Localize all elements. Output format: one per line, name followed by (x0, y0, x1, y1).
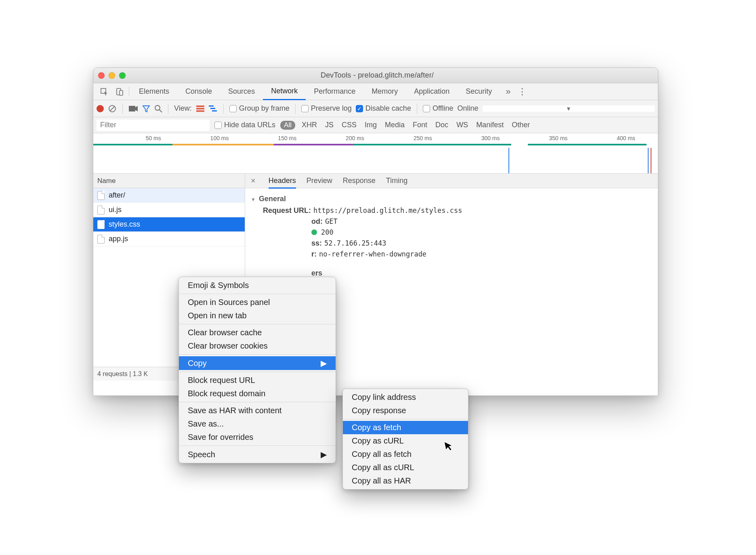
details-close-icon[interactable]: × (251, 176, 258, 185)
filter-type-media[interactable]: Media (383, 121, 406, 129)
request-row[interactable]: app.js (93, 232, 245, 246)
timeline-tick: 150 ms (278, 135, 296, 141)
group-by-frame-checkbox[interactable]: Group by frame (229, 104, 290, 113)
submenu-copy-all-as-har[interactable]: Copy all as HAR (343, 474, 468, 488)
filter-type-xhr[interactable]: XHR (300, 121, 319, 129)
referrer-policy-value: no-referrer-when-downgrade (319, 250, 426, 258)
tab-console[interactable]: Console (177, 83, 220, 100)
menu-open-in-new-tab[interactable]: Open in new tab (179, 309, 336, 322)
filter-input[interactable] (97, 120, 210, 131)
filter-type-css[interactable]: CSS (340, 121, 358, 129)
svg-line-4 (110, 106, 115, 111)
more-tabs-icon[interactable]: » (500, 83, 516, 100)
svg-line-7 (160, 110, 162, 112)
offline-checkbox[interactable]: Offline (423, 104, 454, 113)
close-window-button[interactable] (98, 72, 105, 79)
network-main: Name after/ ui.js styles.css app.js 4 re… (93, 174, 658, 381)
submenu-copy-all-as-curl[interactable]: Copy all as cURL (343, 461, 468, 474)
offline-label: Offline (433, 104, 454, 113)
filter-type-all[interactable]: All (280, 121, 295, 130)
tab-elements[interactable]: Elements (131, 83, 177, 100)
svg-rect-12 (210, 108, 215, 109)
file-icon (97, 206, 105, 214)
window-titlebar: DevTools - preload.glitch.me/after/ (93, 68, 658, 83)
menu-speech[interactable]: Speech▶ (179, 448, 336, 461)
filter-type-img[interactable]: Img (363, 121, 378, 129)
details-tab-response[interactable]: Response (343, 177, 376, 185)
timeline-tick: 350 ms (549, 135, 567, 141)
request-row[interactable]: after/ (93, 188, 245, 203)
remote-address-value: 52.7.166.25:443 (324, 239, 386, 247)
minimize-window-button[interactable] (109, 72, 115, 79)
view-label: View: (174, 104, 192, 113)
disable-cache-checkbox[interactable]: Disable cache (356, 104, 411, 113)
network-timeline[interactable]: 50 ms 100 ms 150 ms 200 ms 250 ms 300 ms… (93, 133, 658, 174)
submenu-copy-as-fetch[interactable]: Copy as fetch (343, 421, 468, 434)
zoom-window-button[interactable] (119, 72, 126, 79)
preserve-log-label: Preserve log (311, 104, 352, 113)
request-context-menu: Emoji & Symbols Open in Sources panel Op… (178, 277, 336, 463)
tab-memory[interactable]: Memory (363, 83, 406, 100)
details-tab-timing[interactable]: Timing (386, 177, 407, 185)
waterfall-icon[interactable] (209, 105, 218, 112)
request-name: ui.js (109, 206, 122, 214)
request-row-selected[interactable]: styles.css (93, 217, 245, 232)
menu-block-request-url[interactable]: Block request URL (179, 374, 336, 387)
hide-data-urls-label: Hide data URLs (224, 121, 275, 129)
details-tab-headers[interactable]: Headers (269, 177, 296, 189)
filter-icon[interactable] (142, 105, 150, 113)
record-button[interactable] (97, 105, 104, 112)
menu-open-in-sources[interactable]: Open in Sources panel (179, 296, 336, 309)
tab-sources[interactable]: Sources (220, 83, 263, 100)
tab-performance[interactable]: Performance (306, 83, 363, 100)
status-dot-icon (311, 229, 317, 235)
filter-type-other[interactable]: Other (510, 121, 531, 129)
inspect-element-icon[interactable] (97, 83, 112, 100)
menu-block-request-domain[interactable]: Block request domain (179, 387, 336, 400)
timeline-tick: 50 ms (146, 135, 161, 141)
menu-save-for-overrides[interactable]: Save for overrides (179, 431, 336, 444)
filter-type-js[interactable]: JS (323, 121, 335, 129)
filter-type-font[interactable]: Font (411, 121, 429, 129)
details-tab-preview[interactable]: Preview (307, 177, 332, 185)
large-rows-icon[interactable] (196, 105, 205, 112)
tab-network[interactable]: Network (263, 83, 306, 100)
timeline-tick: 200 ms (346, 135, 364, 141)
filter-type-doc[interactable]: Doc (434, 121, 450, 129)
throttling-caret-icon[interactable]: ▼ (566, 105, 571, 112)
response-headers-section[interactable]: ers (311, 269, 652, 278)
submenu-copy-response[interactable]: Copy response (343, 404, 468, 417)
menu-save-as-har[interactable]: Save as HAR with content (179, 404, 336, 417)
search-icon[interactable] (154, 105, 162, 113)
submenu-copy-all-as-fetch[interactable]: Copy all as fetch (343, 448, 468, 461)
menu-copy[interactable]: Copy▶ (179, 356, 336, 370)
submenu-copy-link-address[interactable]: Copy link address (343, 391, 468, 404)
filter-type-ws[interactable]: WS (455, 121, 470, 129)
network-toolbar: View: Group by frame Preserve log Disabl… (93, 100, 658, 117)
settings-menu-icon[interactable]: ⋮ (516, 83, 528, 100)
filter-type-manifest[interactable]: Manifest (475, 121, 505, 129)
hide-data-urls-checkbox[interactable]: Hide data URLs (214, 121, 275, 129)
menu-emoji-symbols[interactable]: Emoji & Symbols (179, 279, 336, 292)
submenu-copy-as-curl[interactable]: Copy as cURL (343, 434, 468, 448)
status-code-value: 200 (321, 228, 334, 236)
tab-security[interactable]: Security (458, 83, 500, 100)
file-icon (97, 191, 105, 200)
clear-icon[interactable] (108, 104, 117, 113)
throttling-select[interactable]: Online (458, 104, 479, 113)
preserve-log-checkbox[interactable]: Preserve log (301, 104, 352, 113)
menu-clear-cookies[interactable]: Clear browser cookies (179, 339, 336, 353)
file-icon (97, 235, 105, 244)
svg-rect-11 (209, 105, 214, 107)
camera-icon[interactable] (128, 105, 138, 112)
tab-application[interactable]: Application (406, 83, 458, 100)
general-section[interactable]: General (251, 195, 652, 203)
network-filter-bar: Hide data URLs All XHR JS CSS Img Media … (93, 117, 658, 133)
device-toolbar-icon[interactable] (112, 83, 127, 100)
request-row[interactable]: ui.js (93, 203, 245, 217)
request-list-header[interactable]: Name (93, 174, 245, 188)
details-tabs: × Headers Preview Response Timing (245, 174, 658, 188)
menu-save-as[interactable]: Save as... (179, 417, 336, 431)
menu-clear-cache[interactable]: Clear browser cache (179, 326, 336, 339)
submenu-arrow-icon: ▶ (296, 450, 327, 459)
